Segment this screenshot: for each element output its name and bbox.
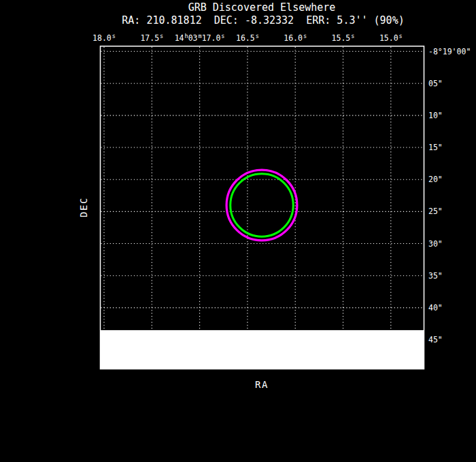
y-tick-label: 25" (428, 207, 443, 216)
y-tick-label: 45" (428, 335, 443, 344)
plot-frame (101, 46, 424, 369)
masked-white-region (101, 330, 424, 369)
y-tick-label: 20" (428, 175, 443, 184)
y-tick-label: 10" (428, 111, 443, 120)
grb-localization-figure: GRB Discovered Elsewhere RA: 210.81812 D… (0, 0, 476, 462)
x-tick-label: 15.5s (332, 33, 355, 44)
y-tick-label: 35" (428, 271, 443, 281)
x-axis-title: RA (255, 379, 269, 390)
y-tick-label: 30" (428, 239, 443, 249)
x-tick-label: 14h03m17.0s (175, 33, 225, 44)
x-tick-label: 18.0s (92, 33, 116, 44)
y-tick-label: -8°19'00" (428, 47, 471, 56)
y-tick-label: 40" (428, 303, 443, 313)
y-axis-title: DEC (78, 197, 89, 217)
error-circle-90 (226, 170, 297, 241)
x-tick-label: 15.0s (379, 33, 403, 44)
y-tick-label: 05" (428, 79, 443, 88)
plot-area (0, 0, 476, 462)
source-circle (231, 174, 293, 236)
y-tick-label: 15" (428, 143, 443, 152)
x-tick-label: 16.5s (236, 33, 259, 44)
x-tick-label: 17.5s (140, 33, 163, 44)
x-tick-label: 16.0s (284, 33, 307, 44)
